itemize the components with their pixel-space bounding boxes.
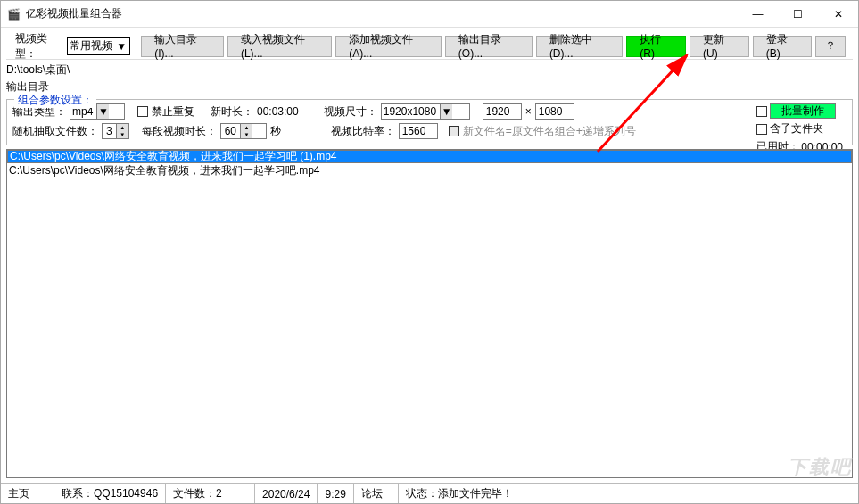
- toolbar: 视频类型： 常用视频▼ 输入目录(I)... 载入视频文件(L)... 添加视频…: [6, 33, 853, 60]
- chevron-up-icon[interactable]: ▲: [241, 124, 252, 131]
- window-title: 亿彩视频批量组合器: [26, 6, 738, 21]
- video-type-combo[interactable]: 常用视频▼: [67, 37, 130, 55]
- close-button[interactable]: ✕: [818, 1, 858, 27]
- app-icon: 🎬: [6, 7, 21, 21]
- chevron-down-icon[interactable]: ▼: [117, 131, 128, 138]
- chevron-down-icon[interactable]: ▼: [241, 131, 252, 138]
- chevron-down-icon: ▼: [116, 40, 127, 53]
- load-video-button[interactable]: 载入视频文件(L)...: [227, 36, 332, 57]
- status-date: 2020/6/24: [255, 484, 318, 503]
- new-filename-label: 新文件名=原文件名组合+递增系列号: [463, 124, 636, 139]
- input-dir-button[interactable]: 输入目录(I)...: [141, 36, 224, 57]
- bitrate-label: 视频比特率：: [331, 124, 395, 139]
- execute-button[interactable]: 执行(R): [626, 36, 686, 57]
- times-label: ×: [525, 105, 532, 118]
- status-home[interactable]: 主页: [1, 484, 54, 503]
- random-files-label: 随机抽取文件数：: [12, 124, 98, 139]
- login-button[interactable]: 登录(B): [753, 36, 812, 57]
- include-subfolder-checkbox[interactable]: [756, 124, 767, 135]
- segment-duration-spinner[interactable]: 60 ▲▼: [220, 123, 267, 139]
- output-dir-button[interactable]: 输出目录(O)...: [445, 36, 533, 57]
- status-time: 9:29: [318, 484, 353, 503]
- chevron-up-icon[interactable]: ▲: [117, 124, 128, 131]
- video-size-select[interactable]: 1920x1080▼: [381, 103, 470, 120]
- new-filename-checkbox[interactable]: [449, 126, 459, 136]
- video-size-label: 视频尺寸：: [324, 104, 377, 120]
- status-contact: 联系：QQ15104946: [54, 484, 166, 503]
- add-video-button[interactable]: 添加视频文件(A)...: [335, 36, 442, 57]
- maximize-button[interactable]: ☐: [778, 1, 818, 27]
- params-legend: 组合参数设置：: [14, 93, 96, 108]
- input-dir-path: D:\tools\桌面\: [6, 62, 853, 78]
- list-item[interactable]: C:\Users\pc\Videos\网络安全教育视频，进来我们一起学习吧.mp…: [7, 163, 852, 177]
- new-duration-label: 新时长：: [211, 104, 253, 120]
- random-files-spinner[interactable]: 3 ▲▼: [102, 123, 129, 139]
- chevron-down-icon: ▼: [440, 104, 452, 119]
- width-input[interactable]: 1920: [483, 103, 522, 120]
- status-filecount: 文件数：2: [166, 484, 255, 503]
- list-item[interactable]: C:\Users\pc\Videos\网络安全教育视频，进来我们一起学习吧 (1…: [7, 150, 852, 163]
- update-button[interactable]: 更新(U): [690, 36, 749, 57]
- batch-make-checkbox[interactable]: [756, 106, 767, 117]
- status-forum[interactable]: 论坛: [354, 484, 399, 503]
- delete-selected-button[interactable]: 删除选中(D)...: [536, 36, 623, 57]
- params-fieldset: 组合参数设置： 批量制作 含子文件夹 已用时： 00:00:00 输出类型： m…: [6, 99, 853, 145]
- video-type-label: 视频类型：: [12, 31, 67, 62]
- title-bar: 🎬 亿彩视频批量组合器 — ☐ ✕: [1, 1, 858, 28]
- minimize-button[interactable]: —: [738, 1, 778, 27]
- help-button[interactable]: ？: [815, 36, 846, 57]
- segment-duration-label: 每段视频时长：: [142, 124, 217, 139]
- output-dir-label: 输出目录: [6, 78, 853, 95]
- status-state: 状态：添加文件完毕！: [399, 484, 858, 503]
- bitrate-input[interactable]: 1560: [399, 123, 438, 139]
- no-repeat-label: 禁止重复: [152, 104, 194, 120]
- batch-make-button[interactable]: 批量制作: [770, 103, 836, 119]
- no-repeat-checkbox[interactable]: [137, 106, 148, 117]
- segment-unit-label: 秒: [270, 124, 281, 139]
- height-input[interactable]: 1080: [535, 103, 574, 120]
- include-subfolder-label: 含子文件夹: [770, 121, 823, 136]
- chevron-down-icon: ▼: [96, 104, 109, 119]
- file-list[interactable]: C:\Users\pc\Videos\网络安全教育视频，进来我们一起学习吧 (1…: [6, 149, 853, 478]
- status-bar: 主页 联系：QQ15104946 文件数：2 2020/6/24 9:29 论坛…: [1, 483, 858, 503]
- new-duration-value: 00:03:00: [257, 105, 299, 118]
